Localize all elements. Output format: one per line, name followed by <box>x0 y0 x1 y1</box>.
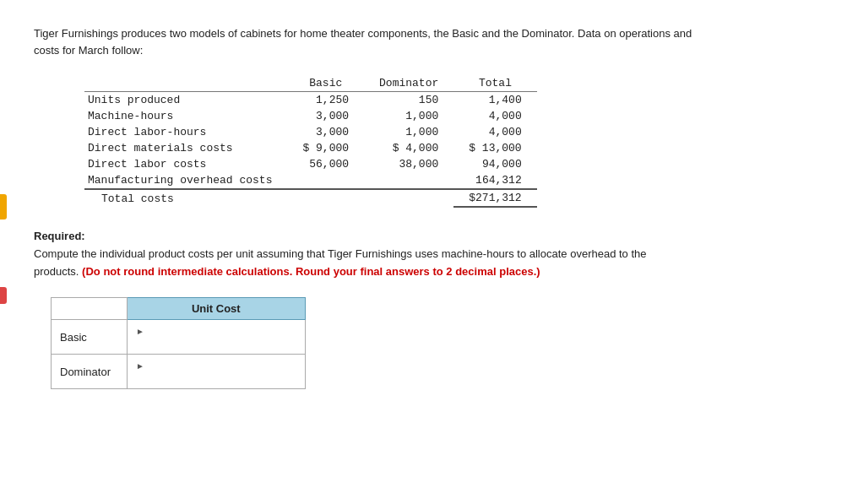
answer-table: Unit Cost Basic ► Dominator ► <box>51 297 306 389</box>
dominator-value: 1,000 <box>364 108 453 124</box>
total-label: Total costs <box>84 189 287 207</box>
arrow-icon: ► <box>136 361 144 371</box>
left-accent-orange <box>0 194 7 219</box>
table-row: Direct materials costs $ 9,000 $ 4,000 $… <box>84 140 537 156</box>
dominator-value: 1,000 <box>364 124 453 140</box>
intro-text: Tiger Furnishings produces two models of… <box>34 25 692 58</box>
total-dominator <box>364 189 453 207</box>
arrow-icon: ► <box>136 327 144 336</box>
data-table: Basic Dominator Total Units produced 1,2… <box>84 75 537 208</box>
table-row: Units produced 1,250 150 1,400 <box>84 92 537 109</box>
required-label: Required: <box>34 230 85 242</box>
row-label: Machine-hours <box>84 108 287 124</box>
total-value: $ 13,000 <box>453 140 536 156</box>
total-value: 1,400 <box>453 92 536 109</box>
row-label: Direct materials costs <box>84 140 287 156</box>
col-header-dominator: Dominator <box>364 75 453 92</box>
left-accent-red <box>0 287 7 304</box>
row-label: Manufacturing overhead costs <box>84 172 287 189</box>
col-header-basic: Basic <box>287 75 364 92</box>
basic-value: 56,000 <box>287 156 364 172</box>
dominator-value: $ 4,000 <box>364 140 453 156</box>
required-section: Required: Compute the individual product… <box>34 228 692 280</box>
row-label: Direct labor-hours <box>84 124 287 140</box>
row-label: Units produced <box>84 92 287 109</box>
answer-col-empty <box>52 298 128 320</box>
answer-input-cell[interactable]: ► <box>128 320 306 355</box>
table-row: Direct labor-hours 3,000 1,000 4,000 <box>84 124 537 140</box>
row-label: Direct labor costs <box>84 156 287 172</box>
dominator-value: 38,000 <box>364 156 453 172</box>
total-value: 94,000 <box>453 156 536 172</box>
answer-row-label: Dominator <box>52 355 128 389</box>
total-row: Total costs $271,312 <box>84 189 537 207</box>
total-value: 164,312 <box>453 172 536 189</box>
answer-row-label: Basic <box>52 320 128 355</box>
unit-cost-input[interactable] <box>136 337 296 350</box>
total-value: 4,000 <box>453 108 536 124</box>
answer-col-unit-cost: Unit Cost <box>128 298 306 320</box>
col-header-total: Total <box>453 75 536 92</box>
basic-value: $ 9,000 <box>287 140 364 156</box>
unit-cost-input[interactable] <box>136 371 296 384</box>
total-value: 4,000 <box>453 124 536 140</box>
answer-row: Dominator ► <box>52 355 306 389</box>
table-row: Direct labor costs 56,000 38,000 94,000 <box>84 156 537 172</box>
basic-value <box>287 172 364 189</box>
total-basic <box>287 189 364 207</box>
dominator-value: 150 <box>364 92 453 109</box>
table-row: Machine-hours 3,000 1,000 4,000 <box>84 108 537 124</box>
dominator-value <box>364 172 453 189</box>
total-value: $271,312 <box>453 189 536 207</box>
col-header-empty <box>84 75 287 92</box>
answer-input-cell[interactable]: ► <box>128 355 306 389</box>
basic-value: 3,000 <box>287 124 364 140</box>
table-row: Manufacturing overhead costs 164,312 <box>84 172 537 189</box>
required-highlight: (Do not round intermediate calculations.… <box>82 265 540 278</box>
basic-value: 1,250 <box>287 92 364 109</box>
basic-value: 3,000 <box>287 108 364 124</box>
answer-row: Basic ► <box>52 320 306 355</box>
